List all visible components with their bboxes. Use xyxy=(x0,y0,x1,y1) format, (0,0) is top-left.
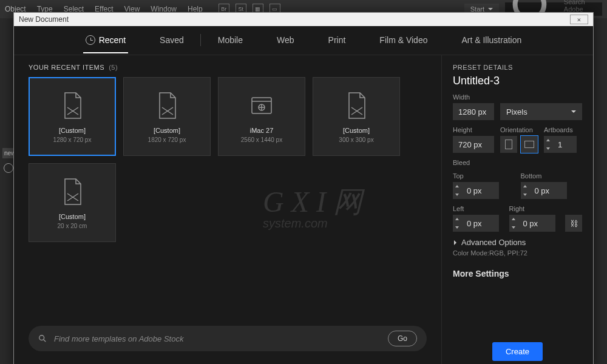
advanced-options-toggle[interactable]: Advanced Options xyxy=(453,238,582,247)
bleed-left-label: Left xyxy=(453,205,503,212)
color-mode-text: Color Mode:RGB, PPI:72 xyxy=(453,249,582,257)
preset-item[interactable]: iMac 27 2560 x 1440 px xyxy=(218,77,305,156)
svg-line-6 xyxy=(44,340,46,342)
preset-name: [Custom] xyxy=(59,213,86,220)
doc-tools-icon xyxy=(344,90,368,121)
doc-tools-icon xyxy=(155,90,179,121)
tab-film-video[interactable]: Film & Video xyxy=(377,28,430,53)
bleed-right-label: Right xyxy=(509,205,560,212)
bleed-right-stepper[interactable] xyxy=(509,215,518,232)
preset-size: 20 x 20 cm xyxy=(58,223,87,229)
close-button[interactable]: ⨉ xyxy=(570,15,588,24)
bleed-right-input[interactable]: 0 px xyxy=(518,215,555,232)
create-button[interactable]: Create xyxy=(492,342,543,361)
portrait-icon xyxy=(505,140,512,149)
bleed-left-stepper[interactable] xyxy=(453,215,461,232)
go-button[interactable]: Go xyxy=(388,331,417,346)
bleed-top-label: Top xyxy=(453,172,515,180)
preset-details-panel: PRESET DETAILS Untitled-3 Width 1280 px … xyxy=(441,55,593,364)
document-name[interactable]: Untitled-3 xyxy=(453,75,582,87)
artboards-stepper[interactable] xyxy=(544,136,552,153)
chevron-right-icon xyxy=(454,240,456,245)
preset-item[interactable]: [Custom] 1820 x 720 px xyxy=(123,77,211,156)
tab-print[interactable]: Print xyxy=(326,28,348,53)
doc-tools-icon xyxy=(60,177,84,207)
recent-items-heading: YOUR RECENT ITEMS (5) xyxy=(29,64,427,71)
bleed-left-input[interactable]: 0 px xyxy=(461,215,499,232)
height-label: Height xyxy=(453,126,494,133)
preset-size: 2560 x 1440 px xyxy=(241,136,282,143)
orientation-landscape[interactable] xyxy=(521,136,538,153)
dialog-titlebar: New Document ⨉ xyxy=(14,13,593,26)
tab-web[interactable]: Web xyxy=(274,28,297,53)
presets-pane: YOUR RECENT ITEMS (5) [Custom] 1280 x 72… xyxy=(14,55,441,364)
preset-item[interactable]: [Custom] 1280 x 720 px xyxy=(29,77,116,156)
preset-name: iMac 27 xyxy=(250,127,274,134)
orientation-label: Orientation xyxy=(500,126,538,133)
chevron-down-icon xyxy=(488,8,493,10)
browser-icon xyxy=(249,90,274,121)
preset-size: 300 x 300 px xyxy=(339,136,373,143)
width-label: Width xyxy=(453,93,582,101)
dialog-title: New Document xyxy=(19,15,69,24)
artboards-input[interactable]: 1 xyxy=(552,136,577,153)
search-icon xyxy=(38,334,47,343)
bleed-bottom-stepper[interactable] xyxy=(521,182,529,199)
bleed-top-input[interactable]: 0 px xyxy=(461,182,499,199)
units-select[interactable]: Pixels xyxy=(500,103,582,120)
svg-point-5 xyxy=(39,335,44,340)
template-search[interactable]: Find more templates on Adobe Stock Go xyxy=(29,326,427,351)
tab-recent[interactable]: Recent xyxy=(83,28,128,53)
bleed-bottom-label: Bottom xyxy=(521,172,583,180)
landscape-icon xyxy=(524,141,534,148)
new-label: new xyxy=(2,148,15,158)
recent-icon xyxy=(86,35,95,45)
bleed-label: Bleed xyxy=(453,159,582,166)
link-bleed-button[interactable]: ⛓ xyxy=(565,215,582,232)
chevron-down-icon xyxy=(571,110,576,113)
orientation-portrait[interactable] xyxy=(500,136,517,153)
preset-grid: [Custom] 1280 x 720 px [Custom] 1820 x 7… xyxy=(29,77,427,242)
tab-saved[interactable]: Saved xyxy=(157,28,186,53)
circle-icon xyxy=(4,163,13,173)
preset-details-heading: PRESET DETAILS xyxy=(453,64,582,71)
height-input[interactable]: 720 px xyxy=(453,136,494,153)
doc-tools-icon xyxy=(60,90,84,121)
tab-art-illustration[interactable]: Art & Illustration xyxy=(459,28,524,53)
preset-size: 1280 x 720 px xyxy=(53,136,92,143)
preset-name: [Custom] xyxy=(343,127,370,134)
artboards-label: Artboards xyxy=(544,126,577,133)
preset-item[interactable]: [Custom] 20 x 20 cm xyxy=(29,163,116,242)
preset-size: 1820 x 720 px xyxy=(148,136,186,143)
more-settings-button[interactable]: More Settings xyxy=(453,269,582,278)
category-tabs: Recent Saved Mobile Web Print Film & Vid… xyxy=(14,26,593,55)
preset-name: [Custom] xyxy=(59,127,86,134)
width-input[interactable]: 1280 px xyxy=(453,103,494,120)
bleed-top-stepper[interactable] xyxy=(453,182,461,199)
preset-item[interactable]: [Custom] 300 x 300 px xyxy=(313,77,400,156)
bleed-bottom-input[interactable]: 0 px xyxy=(529,182,567,199)
tab-mobile[interactable]: Mobile xyxy=(215,28,245,53)
preset-name: [Custom] xyxy=(154,127,180,134)
new-document-dialog: New Document ⨉ Recent Saved Mobile Web P… xyxy=(13,12,594,364)
